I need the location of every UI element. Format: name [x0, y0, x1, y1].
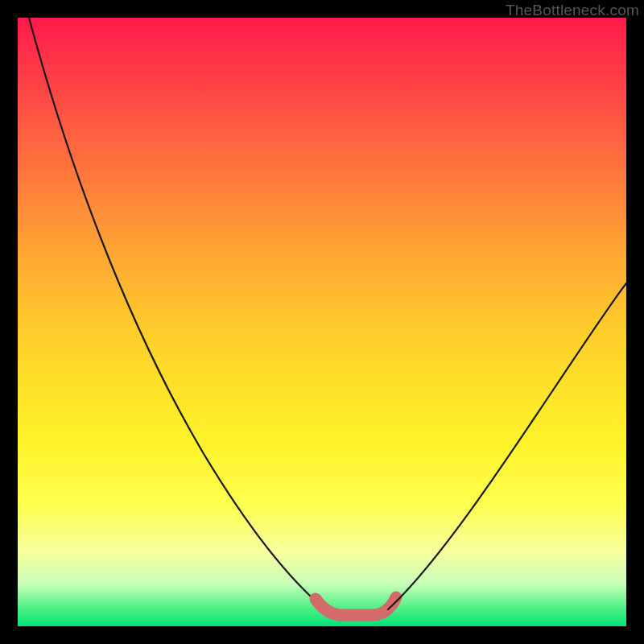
watermark-text: TheBottleneck.com	[506, 2, 639, 19]
left-curve	[29, 18, 325, 609]
plot-svg	[18, 18, 626, 626]
chart-area	[18, 18, 626, 626]
valley-highlight	[316, 597, 396, 615]
right-curve	[388, 283, 626, 609]
